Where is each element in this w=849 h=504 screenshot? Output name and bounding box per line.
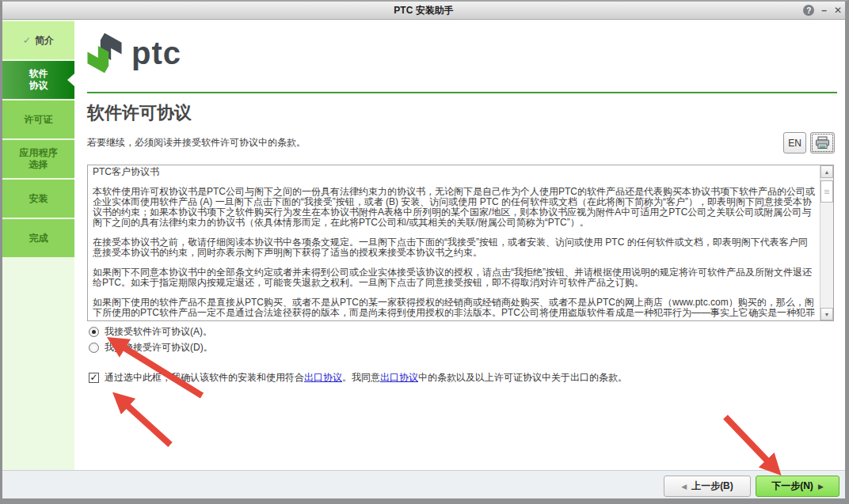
export-text-suffix: 中的条款以及以上许可证协议中关于出口的条款。 [418,372,627,383]
export-checkbox[interactable]: ✓ [89,373,99,383]
sidebar-step-introduction: ✓ 简介 [2,21,74,59]
step-label: 完成 [29,233,48,244]
decline-radio-label: 我拒绝接受许可协议(D)。 [105,341,213,354]
sidebar-filler [2,259,74,470]
print-button[interactable] [810,132,835,153]
decline-license-option[interactable]: 我拒绝接受许可协议(D)。 [89,341,213,354]
step-label: 安装 [29,193,48,205]
export-text-prefix: 通过选中此框，我确认该软件的安装和使用符合 [105,372,304,383]
sidebar-step-license-agreement: 软件 协议 [2,61,74,99]
sidebar-step-install: 安装 [2,180,74,218]
step-complete-check-icon: ✓ [23,35,31,47]
license-paragraph: 在接受本协议书之前，敬请仔细阅读本协议书中各项条文规定。一旦阁下点击下面的“我接… [93,237,817,258]
license-paragraph: 如果阁下不同意本协议书中的全部条文约定或者并未得到公司或企业实体接受该协议的授权… [93,267,817,288]
license-scrollbar[interactable]: ▲ ▼ [820,165,833,320]
step-label: 应用程序 选择 [20,147,58,171]
sidebar-step-license: 许可证 [2,100,74,138]
accept-license-option[interactable]: 我接受软件许可协议(A)。 [89,325,212,339]
title-bar: PTC 安装助手 ? – ✕ [2,2,845,20]
license-agreement-textbox[interactable]: PTC客户协议书 本软件使用许可权协议书是PTC公司与阁下之间的一份具有法律约束… [87,165,834,321]
sidebar-step-finish: 完成 [2,219,74,257]
back-arrow-icon: ◀ [681,483,687,491]
help-icon[interactable]: ? [803,5,814,16]
accept-radio-label: 我接受软件许可协议(A)。 [105,325,212,339]
next-arrow-icon: ▶ [818,483,824,491]
minimize-icon[interactable]: – [821,5,827,16]
license-paragraph: 如果阁下使用的软件产品不是直接从PTC购买、或者不是从PTC的某一家获得授权的经… [93,297,817,318]
wizard-steps-sidebar: ✓ 简介 软件 协议 许可证 应用程序 选择 安装 完成 [2,20,74,470]
export-agreement-link[interactable]: 出口协议 [380,372,418,383]
license-paragraph: PTC客户协议书 [93,167,817,177]
scrollbar-thumb[interactable] [820,180,833,203]
export-agreement-label: 通过选中此框，我确认该软件的安装和使用符合出口协议。我同意出口协议中的条款以及以… [105,371,627,385]
ptc-hexagon-logo-icon [86,32,124,74]
printer-icon [815,136,830,150]
accept-radio-button[interactable] [89,327,99,337]
back-button[interactable]: ◀ 上一步(B) [664,476,751,497]
sidebar-step-application-selection: 应用程序 选择 [2,140,74,178]
license-text: PTC客户协议书 本软件使用许可权协议书是PTC公司与阁下之间的一份具有法律约束… [88,165,820,320]
next-button[interactable]: 下一步(N) ▶ [756,476,839,497]
ptc-logo: ptc [86,32,181,74]
page-title: 软件许可协议 [87,101,192,125]
scroll-up-icon[interactable]: ▲ [820,165,833,178]
installer-window: PTC 安装助手 ? – ✕ ✓ 简介 软件 协议 许可证 应用程序 选择 [0,0,849,504]
window-title: PTC 安装助手 [2,4,845,17]
step-label: 许可证 [25,114,53,126]
language-toggle-button[interactable]: EN [783,132,806,153]
back-button-label: 上一步(B) [691,479,733,493]
scroll-down-icon[interactable]: ▼ [820,308,833,320]
decline-radio-button[interactable] [89,343,99,353]
export-agreement-option[interactable]: ✓ 通过选中此框，我确认该软件的安装和使用符合出口协议。我同意出口协议中的条款以… [89,371,627,385]
active-step-pointer-icon [67,74,74,86]
titlebar-buttons: ? – ✕ [803,3,842,17]
main-content: ptc 软件许可协议 若要继续，必须阅读并接受软件许可协议中的条款。 EN PT… [74,20,845,470]
license-paragraph: 本软件使用许可权协议书是PTC公司与阁下之间的一份具有法律约束力的协议书，无论阁… [93,187,817,228]
step-label: 简介 [35,35,54,47]
next-button-label: 下一步(N) [771,479,813,493]
page-subtitle: 若要继续，必须阅读并接受软件许可协议中的条款。 [87,136,306,150]
ptc-logo-text: ptc [131,37,181,69]
export-text-middle: 。我同意 [342,372,380,383]
header-divider [87,92,837,93]
export-agreement-link[interactable]: 出口协议 [304,372,342,383]
step-label: 软件 协议 [29,68,48,92]
close-icon[interactable]: ✕ [834,5,842,16]
wizard-footer: ◀ 上一步(B) 下一步(N) ▶ [2,470,845,501]
